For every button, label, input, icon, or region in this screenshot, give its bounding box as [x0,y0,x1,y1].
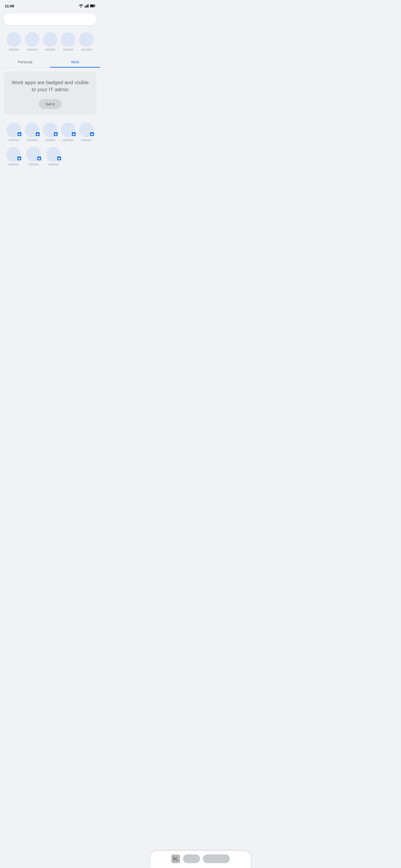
briefcase-icon [36,133,39,135]
app-label [63,139,73,141]
app-label [81,49,92,51]
app-circle [25,32,39,47]
work-app-6[interactable] [6,147,21,165]
app-circle [79,32,94,47]
search-bar[interactable] [4,13,96,25]
briefcase-icon [18,133,21,135]
briefcase-icon [38,157,40,160]
svg-rect-12 [91,134,93,135]
briefcase-icon [18,157,21,160]
work-app-row-1 [0,119,100,143]
app-label [48,163,59,165]
app-label [27,49,37,51]
work-badge-inner [36,132,40,136]
svg-rect-1 [85,6,85,7]
status-bar: 11:00 [0,0,100,11]
signal-icon [85,4,89,7]
app-circle [6,32,21,47]
app-placeholder-5 [79,32,94,51]
got-it-button[interactable]: Got it [39,99,61,109]
info-card: Work apps are badged and visible to your… [4,71,96,115]
work-badge [35,131,40,137]
svg-rect-14 [38,158,40,159]
work-badge [57,156,62,161]
work-badge-inner [57,156,61,160]
work-app-1[interactable] [6,123,21,141]
app-label [81,139,92,141]
work-app-7[interactable] [26,147,41,165]
status-icons [79,4,95,7]
work-app-3[interactable] [43,123,57,141]
svg-rect-2 [86,5,87,7]
svg-rect-10 [55,134,57,135]
work-badge [17,131,22,137]
work-badge [17,156,22,161]
briefcase-icon [91,133,93,135]
app-circle [43,32,57,47]
work-badge [89,131,95,137]
app-label [27,139,37,141]
work-badge-inner [90,132,94,136]
app-label [8,49,19,51]
work-badge [53,131,58,137]
app-placeholder-4 [61,32,75,51]
work-app-row-2 [0,143,100,167]
app-label [45,139,56,141]
work-badge-inner [18,132,22,136]
work-badge [71,131,76,137]
svg-rect-6 [95,5,95,6]
work-badge-inner [72,132,76,136]
svg-rect-15 [58,158,60,159]
personal-app-row [0,28,100,53]
work-app-8[interactable] [46,147,61,165]
app-circle [61,32,75,47]
svg-rect-4 [88,4,89,7]
tab-work[interactable]: Work [50,56,100,67]
work-app-5[interactable] [79,123,94,141]
svg-rect-8 [19,134,21,135]
tab-personal[interactable]: Personal [0,56,50,67]
work-badge-inner [54,132,58,136]
svg-rect-9 [37,134,39,135]
app-placeholder-2 [25,32,39,51]
wifi-icon [79,4,83,7]
tabs-container: Personal Work [0,56,100,68]
app-placeholder-3 [43,32,57,51]
info-card-message: Work apps are badged and visible to your… [10,79,91,93]
app-label [28,163,39,165]
svg-rect-11 [73,134,75,135]
status-time: 11:00 [5,4,14,8]
svg-rect-3 [87,5,88,7]
app-label [45,49,56,51]
app-label [63,49,73,51]
svg-rect-7 [91,5,94,7]
work-badge [36,156,42,161]
work-app-2[interactable] [25,123,39,141]
app-label [8,163,19,165]
spacer [0,167,100,196]
svg-rect-13 [18,158,20,159]
briefcase-icon [55,133,57,135]
work-badge-inner [17,156,21,160]
briefcase-icon [58,157,60,160]
svg-point-0 [81,7,82,7]
app-placeholder-1 [6,32,21,51]
briefcase-icon [72,133,75,135]
work-badge-inner [37,156,41,160]
work-app-4[interactable] [61,123,75,141]
app-label [8,139,19,141]
battery-icon [90,4,95,7]
